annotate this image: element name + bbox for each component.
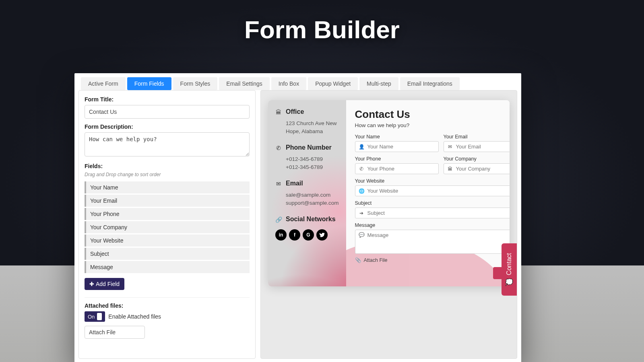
office-address: 123 Church Ave New Hope, Alabama	[275, 119, 339, 135]
page-heading: Form Builder	[0, 15, 644, 44]
chat-bubble-icon: 💭	[505, 278, 513, 286]
tab-info-box[interactable]: Info Box	[271, 77, 306, 90]
tab-active-form[interactable]: Active Form	[81, 77, 126, 90]
info-box: 🏛 Office 123 Church Ave New Hope, Alabam…	[268, 100, 346, 286]
toggle-label: Enable Attached files	[108, 313, 161, 320]
tab-form-fields[interactable]: Form Fields	[127, 77, 171, 90]
contact-widget-tab[interactable]: Contact 💭	[502, 243, 517, 296]
settings-panel: Form Title: Form Description: Fields: Dr…	[78, 90, 256, 359]
handset-icon: ✆	[359, 166, 364, 172]
preview-form: Contact Us How can we help you? Your Nam…	[346, 100, 510, 286]
subject-input[interactable]	[367, 210, 510, 216]
field-item[interactable]: Your Phone	[85, 208, 250, 220]
phone-input[interactable]	[367, 166, 435, 172]
email-input[interactable]	[456, 144, 510, 150]
toggle-knob	[97, 313, 102, 320]
mail-icon: ✉	[275, 181, 282, 187]
fields-label: Fields:	[85, 163, 250, 169]
attach-file-link[interactable]: 📎 Attach File	[355, 257, 510, 263]
field-item[interactable]: Your Website	[85, 234, 250, 247]
attached-toggle[interactable]: On	[85, 311, 105, 322]
tab-email-integrations[interactable]: Email Integrations	[400, 77, 460, 90]
email-label: Your Email	[444, 134, 510, 140]
add-field-label: Add Field	[96, 281, 120, 287]
plus-icon: ✚	[89, 281, 94, 287]
social-title: Social Networks	[286, 216, 336, 223]
subject-label: Subject	[355, 200, 510, 206]
form-title-input[interactable]	[85, 105, 250, 119]
company-input[interactable]	[456, 166, 510, 172]
field-item[interactable]: Your Name	[85, 181, 250, 193]
linkedin-icon[interactable]: in	[275, 229, 287, 241]
field-item[interactable]: Message	[85, 261, 250, 273]
name-label: Your Name	[355, 134, 439, 140]
chat-icon: 💬	[359, 232, 364, 238]
name-input[interactable]	[367, 144, 435, 150]
add-field-button[interactable]: ✚ Add Field	[85, 278, 124, 290]
form-desc-label: Form Description:	[85, 123, 250, 130]
phone-1: +012-345-6789	[275, 155, 339, 163]
arrow-icon: ➔	[359, 210, 364, 216]
phone-icon: ✆	[275, 145, 282, 151]
phone-2: +012-345-6789	[275, 163, 339, 171]
attach-file-input[interactable]	[85, 326, 145, 339]
form-title: Contact Us	[355, 108, 510, 121]
preview-panel: 🏛 Office 123 Church Ave New Hope, Alabam…	[260, 90, 517, 359]
preview-card: 🏛 Office 123 Church Ave New Hope, Alabam…	[268, 100, 510, 286]
google-icon[interactable]: G	[303, 229, 314, 241]
fields-list: Your Name Your Email Your Phone Your Com…	[85, 181, 250, 273]
field-item[interactable]: Your Email	[85, 195, 250, 207]
company-icon: 🏛	[447, 166, 453, 172]
tabs-bar: Active Form Form Fields Form Styles Emai…	[74, 73, 521, 90]
tab-email-settings[interactable]: Email Settings	[219, 77, 269, 90]
form-title-label: Form Title:	[85, 96, 250, 103]
company-label: Your Company	[444, 156, 510, 162]
message-input[interactable]	[367, 232, 510, 251]
tab-form-styles[interactable]: Form Styles	[173, 77, 218, 90]
phone-label: Your Phone	[355, 156, 439, 162]
website-input[interactable]	[367, 188, 510, 194]
facebook-icon[interactable]: f	[289, 229, 300, 241]
attach-file-label: Attach File	[364, 257, 388, 263]
toggle-state: On	[88, 314, 95, 320]
globe-icon: 🌐	[359, 188, 364, 194]
phone-title: Phone Number	[286, 144, 332, 151]
message-label: Message	[355, 222, 510, 228]
field-item[interactable]: Subject	[85, 248, 250, 260]
form-subtitle: How can we help you?	[355, 122, 510, 128]
tab-popup-widget[interactable]: Popup Widget	[308, 77, 358, 90]
app-window: Active Form Form Fields Form Styles Emai…	[74, 73, 521, 362]
form-desc-input[interactable]	[85, 132, 250, 156]
paperclip-icon: 📎	[355, 257, 361, 263]
twitter-icon[interactable]	[316, 229, 328, 241]
tab-multi-step[interactable]: Multi-step	[359, 77, 398, 90]
building-icon: 🏛	[275, 109, 282, 115]
user-icon: 👤	[359, 144, 364, 150]
contact-widget-label: Contact	[506, 253, 513, 275]
email-2: support@sample.com	[275, 199, 339, 207]
field-item[interactable]: Your Company	[85, 221, 250, 233]
link-icon: 🔗	[275, 216, 282, 223]
email-title: Email	[286, 180, 303, 187]
fields-hint: Drag and Drop change to sort order	[85, 172, 250, 177]
office-title: Office	[286, 108, 304, 115]
envelope-icon: ✉	[447, 144, 453, 150]
attached-files-label: Attached files:	[85, 302, 250, 309]
website-label: Your Website	[355, 178, 510, 184]
email-1: sale@sample.com	[275, 191, 339, 199]
